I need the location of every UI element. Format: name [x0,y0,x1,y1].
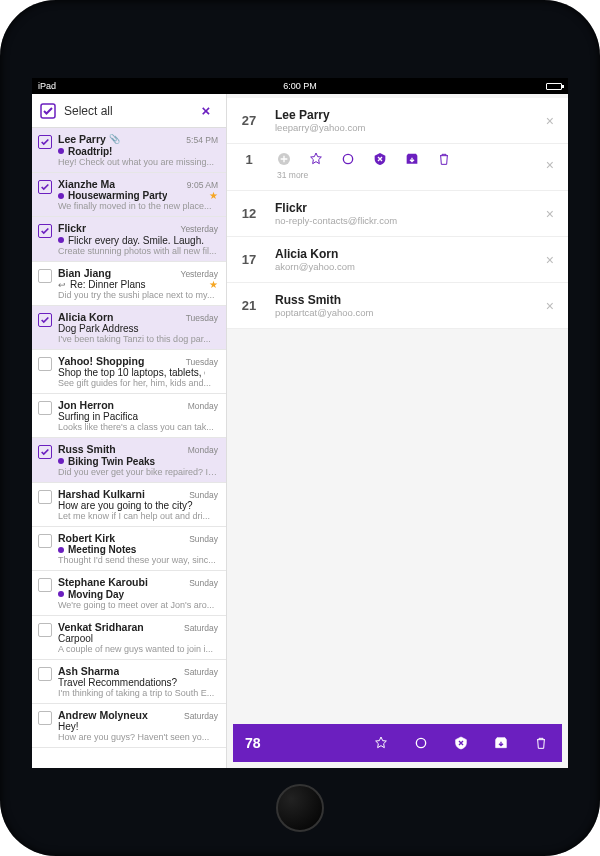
close-icon[interactable]: × [194,102,218,119]
checkbox[interactable] [38,180,52,194]
add-icon[interactable] [275,150,293,168]
checkbox[interactable] [38,135,52,149]
delete-icon[interactable] [532,734,550,752]
preview: I'm thinking of taking a trip to South E… [58,688,218,698]
email-item[interactable]: Russ SmithMondayBiking Twin Peaks★Did yo… [32,438,226,483]
group-name: Alicia Korn [275,247,532,261]
battery-icon [546,83,562,90]
remove-icon[interactable]: × [542,298,558,314]
subject: Housewarming Party [58,190,167,201]
timestamp: 5:54 PM [186,135,218,145]
email-item[interactable]: Robert KirkSundayMeeting Notes★Thought I… [32,527,226,572]
checkbox[interactable] [38,623,52,637]
timestamp: Monday [188,401,218,411]
email-item[interactable]: Venkat SridharanSaturdayCarpool★A couple… [32,616,226,660]
mark-unread-icon[interactable] [412,734,430,752]
checkbox[interactable] [38,224,52,238]
unread-dot-icon [58,458,64,464]
timestamp: Yesterday [181,224,219,234]
sender: Stephane Karoubi [58,576,148,588]
email-item[interactable]: Yahoo! ShoppingTuesdayShop the top 10 la… [32,350,226,394]
group-address: akorn@yahoo.com [275,261,532,272]
preview: Create stunning photos with all new fil.… [58,246,218,256]
email-item[interactable]: Andrew MolyneuxSaturdayHey!★How are you … [32,704,226,748]
select-all-label[interactable]: Select all [64,104,186,118]
subject: ↩Re: Dinner Plans [58,279,146,290]
subject: Travel Recommendations? [58,677,177,688]
subject: Surfing in Pacifica [58,411,138,422]
checkbox[interactable] [38,401,52,415]
email-item[interactable]: Xianzhe Ma9:05 AMHousewarming Party★We f… [32,173,226,218]
svg-point-2 [343,154,352,163]
preview: Did you ever get your bike repaired? If.… [58,467,218,477]
sender: Bian Jiang [58,267,111,279]
group-address: poptartcat@yahoo.com [275,307,532,318]
star-icon[interactable] [307,150,325,168]
group-address: leeparry@yahoo.com [275,122,532,133]
timestamp: Saturday [184,667,218,677]
mail-app: Select all × Lee Parry📎5:54 PMRoadtrip!★… [32,94,568,768]
checkbox[interactable] [38,667,52,681]
sender: Lee Parry📎 [58,133,120,145]
sender-group-row[interactable]: 17Alicia Kornakorn@yahoo.com× [227,237,568,283]
timestamp: Yesterday [181,269,219,279]
checkbox[interactable] [38,269,52,283]
email-item[interactable]: FlickrYesterdayFlickr every day. Smile. … [32,217,226,262]
remove-icon[interactable]: × [542,113,558,129]
checkbox[interactable] [38,578,52,592]
checkbox[interactable] [38,313,52,327]
timestamp: Saturday [184,623,218,633]
timestamp: Sunday [189,490,218,500]
checkbox[interactable] [38,445,52,459]
more-label[interactable]: 31 more [277,170,532,180]
spam-icon[interactable] [452,734,470,752]
sender-group-row[interactable]: 21Russ Smithpoptartcat@yahoo.com× [227,283,568,329]
mark-unread-icon[interactable] [339,150,357,168]
select-all-icon[interactable] [40,103,56,119]
remove-icon[interactable]: × [542,206,558,222]
timestamp: 9:05 AM [187,180,218,190]
timestamp: Monday [188,445,218,455]
subject: Hey! [58,721,79,732]
unread-dot-icon [58,193,64,199]
email-item[interactable]: Bian JiangYesterday↩Re: Dinner Plans★Did… [32,262,226,307]
checkbox[interactable] [38,490,52,504]
star-icon[interactable]: ★ [209,279,218,290]
clock: 6:00 PM [283,81,317,91]
spam-icon[interactable] [371,150,389,168]
status-bar: iPad 6:00 PM [32,78,568,94]
move-icon[interactable] [403,150,421,168]
email-item[interactable]: Stephane KaroubiSundayMoving Day★We're g… [32,571,226,616]
move-icon[interactable] [492,734,510,752]
email-item[interactable]: Harshad KulkarniSundayHow are you going … [32,483,226,527]
sender: Venkat Sridharan [58,621,144,633]
screen: iPad 6:00 PM Select all × Lee Parry📎5:54… [32,78,568,768]
email-item[interactable]: Alicia KornTuesdayDog Park Address★I've … [32,306,226,350]
unread-dot-icon [58,591,64,597]
sender-group-row[interactable]: 27Lee Parryleeparry@yahoo.com× [227,98,568,144]
remove-icon[interactable]: × [542,157,558,173]
preview: Looks like there's a class you can tak..… [58,422,218,432]
remove-icon[interactable]: × [542,252,558,268]
email-item[interactable]: Ash SharmaSaturdayTravel Recommendations… [32,660,226,704]
group-count: 12 [233,206,265,221]
star-icon[interactable]: ★ [209,190,218,201]
star-icon[interactable] [372,734,390,752]
preview: Did you try the sushi place next to my..… [58,290,218,300]
email-list: Lee Parry📎5:54 PMRoadtrip!★Hey! Check ou… [32,128,226,768]
subject: Biking Twin Peaks [58,456,155,467]
sender: Xianzhe Ma [58,178,115,190]
checkbox[interactable] [38,357,52,371]
group-name: Flickr [275,201,532,215]
preview: We finally moved in to the new place... [58,201,218,211]
checkbox[interactable] [38,534,52,548]
email-item[interactable]: Lee Parry📎5:54 PMRoadtrip!★Hey! Check ou… [32,128,226,173]
sender-group-row[interactable]: 12Flickrno-reply-contacts@flickr.com× [227,191,568,237]
group-count: 21 [233,298,265,313]
attachment-icon: 📎 [109,134,120,144]
email-item[interactable]: Jon HerronMondaySurfing in Pacifica★Look… [32,394,226,438]
delete-icon[interactable] [435,150,453,168]
checkbox[interactable] [38,711,52,725]
svg-point-3 [416,738,425,747]
subject: Meeting Notes [58,544,136,555]
